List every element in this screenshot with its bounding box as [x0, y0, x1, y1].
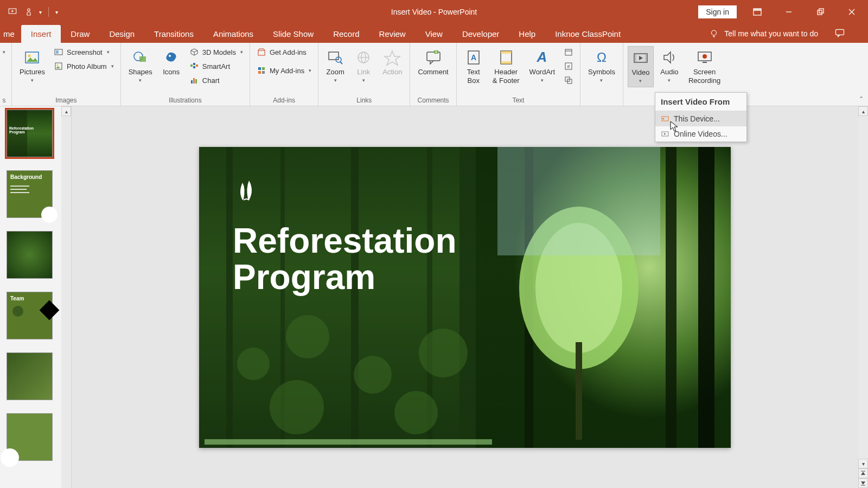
- svg-rect-31: [262, 67, 265, 70]
- comments-pane-icon[interactable]: [834, 28, 846, 40]
- my-addins-button[interactable]: My Add-ins▾: [254, 65, 314, 76]
- scroll-up-icon[interactable]: ▴: [61, 106, 71, 116]
- object-icon: [564, 75, 573, 85]
- pictures-button[interactable]: Pictures▾: [16, 46, 48, 86]
- touch-mouse-mode-icon[interactable]: [23, 6, 35, 18]
- shapes-icon: [131, 48, 150, 67]
- slide-thumbnail-panel: ReforestationProgram Background ▬▬▬▬▬▬▬▬…: [0, 106, 72, 488]
- svg-rect-17: [55, 63, 62, 69]
- slide-title[interactable]: Reforestation Program: [233, 223, 457, 296]
- slide-thumbnail-5[interactable]: [7, 352, 53, 400]
- comment-button[interactable]: Comment: [414, 46, 451, 79]
- svg-rect-62: [703, 62, 707, 63]
- svg-rect-33: [262, 71, 265, 74]
- audio-button[interactable]: Audio▾: [657, 46, 682, 86]
- svg-rect-24: [193, 66, 195, 68]
- tab-home-partial[interactable]: me: [0, 25, 21, 43]
- svg-rect-32: [258, 71, 261, 74]
- text-box-button[interactable]: A Text Box: [461, 46, 486, 88]
- zoom-button[interactable]: Zoom▾: [323, 46, 348, 86]
- svg-text:Ω: Ω: [597, 50, 607, 65]
- tab-draw[interactable]: Draw: [61, 25, 99, 43]
- svg-rect-74: [698, 147, 714, 448]
- get-addins-button[interactable]: Get Add-ins: [254, 46, 314, 58]
- video-button[interactable]: Video▾: [628, 46, 654, 87]
- window-title: Insert Video - PowerPoint: [391, 8, 477, 16]
- close-icon[interactable]: [841, 1, 863, 23]
- 3d-models-button[interactable]: 3D Models▾: [187, 46, 245, 58]
- qat-customize-icon[interactable]: ▾: [55, 9, 58, 15]
- slide-thumbnail-2[interactable]: Background ▬▬▬▬▬▬▬▬▬▬▬▬▬▬▬▬▬▬▬▬: [7, 170, 53, 218]
- wordart-button[interactable]: A WordArt▾: [526, 46, 558, 86]
- header-footer-button[interactable]: Header & Footer: [489, 46, 523, 88]
- slideshow-from-beginning-icon[interactable]: [7, 6, 18, 18]
- tab-inknoe-classpoint[interactable]: Inknoe ClassPoint: [545, 25, 630, 43]
- date-time-button[interactable]: [561, 46, 576, 58]
- svg-point-64: [663, 118, 665, 120]
- scroll-down-icon[interactable]: ▾: [858, 459, 868, 468]
- tab-help[interactable]: Help: [509, 25, 545, 43]
- slide[interactable]: Reforestation Program: [199, 147, 731, 448]
- video-this-device-item[interactable]: This Device...: [655, 111, 746, 126]
- slide-thumbnail-1[interactable]: ReforestationProgram: [7, 110, 53, 157]
- canvas-scrollbar[interactable]: ▴ ▾: [858, 106, 868, 488]
- slide-thumbnail-4[interactable]: Team: [7, 292, 53, 339]
- tab-view[interactable]: View: [416, 25, 452, 43]
- svg-rect-3: [754, 9, 761, 11]
- tab-developer[interactable]: Developer: [452, 25, 509, 43]
- shapes-button[interactable]: Shapes▾: [125, 46, 156, 86]
- slide-number-button[interactable]: #: [561, 60, 576, 72]
- tab-slide-show[interactable]: Slide Show: [263, 25, 323, 43]
- zoom-icon: [326, 48, 344, 67]
- symbols-button[interactable]: Ω Symbols▾: [585, 46, 618, 86]
- svg-rect-30: [258, 67, 261, 70]
- svg-rect-16: [56, 50, 59, 54]
- chart-button[interactable]: Chart: [187, 74, 245, 86]
- online-video-icon: [661, 130, 669, 138]
- slide-thumbnail-3[interactable]: [7, 231, 53, 279]
- device-icon: [661, 114, 669, 123]
- svg-rect-22: [190, 65, 193, 67]
- svg-rect-25: [196, 65, 198, 67]
- object-button[interactable]: [561, 74, 576, 86]
- scroll-up-icon[interactable]: ▴: [858, 106, 868, 116]
- ribbon-display-options-icon[interactable]: [746, 1, 768, 23]
- tab-review[interactable]: Review: [369, 25, 416, 43]
- icons-button[interactable]: Icons: [159, 46, 184, 79]
- video-online-item[interactable]: Online Videos...: [655, 126, 746, 142]
- smartart-button[interactable]: SmartArt: [187, 60, 245, 72]
- tab-transitions[interactable]: Transitions: [144, 25, 203, 43]
- svg-text:A: A: [471, 53, 476, 62]
- minimize-icon[interactable]: [778, 1, 800, 23]
- tab-record[interactable]: Record: [323, 25, 369, 43]
- next-slide-icon[interactable]: [858, 478, 868, 488]
- tab-insert[interactable]: Insert: [21, 25, 61, 43]
- svg-rect-48: [501, 61, 512, 64]
- previous-slide-icon[interactable]: [858, 468, 868, 478]
- screen-recording-button[interactable]: Screen Recording: [685, 46, 724, 88]
- illustrations-group-label: Illustrations: [169, 95, 202, 106]
- slide-thumbnail-6[interactable]: [7, 413, 53, 461]
- tab-design[interactable]: Design: [99, 25, 144, 43]
- svg-rect-47: [501, 51, 512, 54]
- ribbon-tabs: me Insert Draw Design Transitions Animat…: [0, 24, 868, 43]
- slide-canvas-area[interactable]: Reforestation Program: [72, 106, 858, 488]
- date-time-icon: [564, 47, 573, 57]
- tab-animations[interactable]: Animations: [203, 25, 263, 43]
- chart-icon: [189, 75, 199, 85]
- new-slide-partial[interactable]: ▾: [2, 46, 7, 57]
- insert-video-menu-header: Insert Video From: [655, 93, 746, 111]
- 3d-models-icon: [189, 47, 199, 57]
- collapse-ribbon-icon[interactable]: ⌃: [859, 95, 864, 102]
- restore-icon[interactable]: [809, 1, 831, 23]
- sign-in-button[interactable]: Sign in: [698, 5, 737, 18]
- svg-line-36: [340, 62, 342, 64]
- screenshot-button[interactable]: Screenshot▾: [52, 46, 116, 58]
- tell-me-search[interactable]: Tell me what you want to do: [724, 29, 818, 38]
- thumbnail-scrollbar[interactable]: ▴: [61, 106, 71, 488]
- symbols-group-label: [601, 95, 602, 106]
- qat-dropdown-icon[interactable]: ▾: [39, 9, 42, 15]
- images-group-label: Images: [55, 95, 76, 106]
- photo-album-button[interactable]: Photo Album▾: [52, 60, 116, 72]
- slide-number-icon: #: [564, 61, 573, 71]
